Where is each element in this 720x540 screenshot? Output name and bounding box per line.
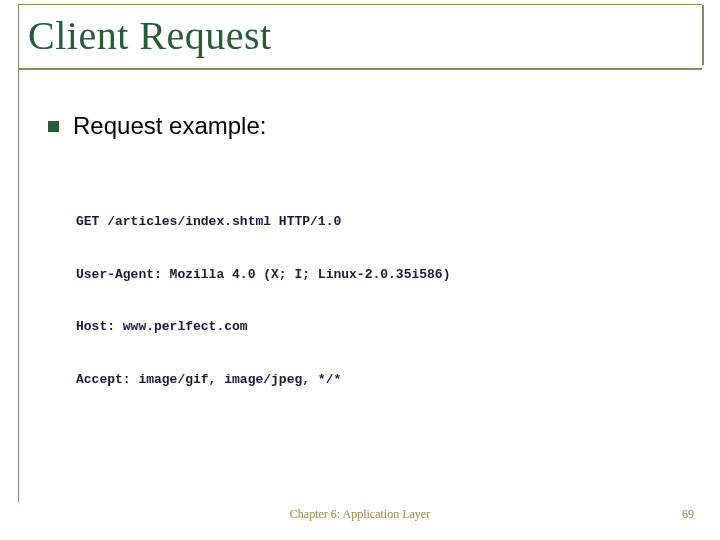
footer-chapter: Chapter 6: Application Layer	[0, 507, 720, 522]
title-underline	[18, 68, 702, 70]
footer-page-number: 69	[682, 507, 694, 522]
square-bullet-icon	[48, 121, 59, 132]
code-block: GET /articles/index.shtml HTTP/1.0 User-…	[76, 178, 450, 424]
code-line: GET /articles/index.shtml HTTP/1.0	[76, 213, 450, 231]
code-line: User-Agent: Mozilla 4.0 (X; I; Linux-2.0…	[76, 266, 450, 284]
code-line: Accept: image/gif, image/jpeg, */*	[76, 371, 450, 389]
code-line: Host: www.perlfect.com	[76, 318, 450, 336]
slide: Client Request Request example: GET /art…	[0, 0, 720, 540]
bullet-text: Request example:	[73, 112, 266, 140]
slide-title: Client Request	[28, 12, 272, 59]
bullet-item: Request example:	[48, 112, 266, 140]
